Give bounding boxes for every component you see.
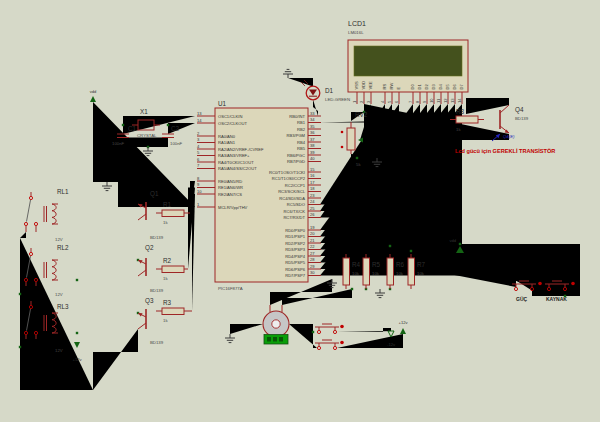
mcu-pin-name: OSC1/CLKIN xyxy=(218,114,242,119)
lcd-pin-name: D6 xyxy=(452,84,457,90)
capacitor-ref: C2 xyxy=(171,125,180,132)
mcu-pin-number: 29 xyxy=(310,264,315,269)
junction-dot xyxy=(167,124,169,126)
junction-dot xyxy=(312,331,314,333)
mcu-pin-name: RA3/AN3/VREF+ xyxy=(218,153,250,158)
mcu-pin-name: OSC2/CLKOUT xyxy=(218,121,247,126)
mcu-pin-name: RD7/PSP7 xyxy=(285,273,306,278)
wire xyxy=(20,232,26,238)
vdd-label: vdd xyxy=(90,89,97,94)
resistor-ref: R7 xyxy=(417,261,426,268)
mcu-pin-number: 13 xyxy=(197,111,202,116)
mcu-pin-name: RA1/AN1 xyxy=(218,140,236,145)
mcu-pin-number: 38 xyxy=(310,143,315,148)
schematic-svg[interactable]: vdd vdd +12v +12v -12v LCD1 LM016L VSS1V… xyxy=(0,0,600,422)
mcu-pin-number: 33 xyxy=(310,111,315,116)
lcd-model: LM016L xyxy=(348,30,364,35)
relay-value: 12V xyxy=(55,237,63,242)
mcu-pin-name: RD5/PSP5 xyxy=(285,260,306,265)
pushbutton-mid-bottom[interactable] xyxy=(315,340,344,350)
mcu-pin-number: 27 xyxy=(310,251,315,256)
resistor-ref: R5 xyxy=(372,261,381,268)
probe-label: Q4(E) xyxy=(503,134,515,139)
unconnected-dot-icon xyxy=(341,131,344,134)
resistor-r3[interactable]: R3 1k xyxy=(156,299,192,323)
vdd-label: vdd xyxy=(449,238,456,243)
lcd-pin-number: 7 xyxy=(408,100,413,103)
lcd-pin-number: 1 xyxy=(352,100,357,103)
terminal-circle xyxy=(317,346,320,349)
lcd-pin-name: VEE xyxy=(368,81,373,89)
lcd-pin-number: 10 xyxy=(429,98,434,103)
mcu-pin-number: 1 xyxy=(197,202,200,207)
schematic-canvas[interactable]: vdd vdd +12v +12v -12v LCD1 LM016L VSS1V… xyxy=(0,0,600,422)
relay-ref: RL1 xyxy=(57,188,69,195)
pushbutton-mid-top[interactable] xyxy=(315,324,344,334)
motor-component[interactable] xyxy=(263,305,289,344)
mcu-pin-number: 37 xyxy=(310,137,315,142)
lcd-pin-name: VDD xyxy=(361,81,366,90)
relay-switch-rl1[interactable] xyxy=(24,192,37,232)
mcu-pin-name: RA4/T0CKI/C1OUT xyxy=(218,160,254,165)
mcu-model: PIC16F877A xyxy=(218,286,243,291)
mcu-pin-number: 39 xyxy=(310,150,315,155)
resistor-r2[interactable]: R2 1k xyxy=(156,257,188,281)
mcu-pin-name: RB0/INT xyxy=(289,114,305,119)
terminal-circle xyxy=(29,252,32,255)
resistor-value: 10k xyxy=(396,271,404,276)
junction-dot xyxy=(19,293,21,295)
resistor-value: 1k xyxy=(163,220,168,225)
mcu-pin-number: 28 xyxy=(310,257,315,262)
mcu-pin-name: RC1/T1OSI/CCP2 xyxy=(272,176,306,181)
mcu-pin-number: 18 xyxy=(310,186,315,191)
pot-ref: RV2 xyxy=(355,111,368,118)
resistor-value: 1k xyxy=(163,318,168,323)
resistor-ref: R6 xyxy=(396,261,405,268)
ground-icon xyxy=(102,182,112,191)
capacitor-ref: C1 xyxy=(128,125,137,132)
lcd-pin-number: 8 xyxy=(415,100,420,103)
junction-dot xyxy=(76,332,78,334)
transistor-q3[interactable]: Q3 BD139 xyxy=(138,297,164,345)
mcu-pin-number: 20 xyxy=(310,231,315,236)
wire xyxy=(230,324,263,334)
mcu-pin-number: 30 xyxy=(310,270,315,275)
relay-rl1[interactable]: RL1 12V xyxy=(44,188,69,242)
mcu-component[interactable]: U1 PIC16F877A 13OSC1/CLKIN14OSC2/CLKOUT2… xyxy=(197,100,321,291)
lcd-pin-name: RW xyxy=(389,83,394,90)
junction-dot xyxy=(122,124,124,126)
lcd-pin-number: 12 xyxy=(443,98,448,103)
ground-icon xyxy=(283,69,293,78)
transistor-ref: Q2 xyxy=(145,244,154,252)
mcu-pin-number: 3 xyxy=(197,137,200,142)
mcu-pin-name: MCLR/Vpp/THV xyxy=(218,205,248,210)
relay-rl2[interactable]: RL2 12V xyxy=(44,244,69,297)
transistor-value: BD139 xyxy=(150,340,164,345)
lcd-pin-number: 2 xyxy=(359,100,364,103)
lcd-pin-number: 13 xyxy=(450,98,455,103)
lcd-pin-number: 3 xyxy=(366,100,371,103)
lcd-pin-name: D1 xyxy=(417,84,422,90)
resistor-ref: R8 xyxy=(456,108,465,115)
mcu-pin-number: 24 xyxy=(310,199,315,204)
relay-value: 12V xyxy=(55,292,63,297)
mcu-pin-name: RB6/PGC xyxy=(287,153,305,158)
lcd-component[interactable]: LCD1 LM016L VSS1VDD2VEE3RS4RW5E6D07D18D2… xyxy=(348,20,468,104)
led-ref: D1 xyxy=(325,87,334,94)
component-lead xyxy=(27,200,31,222)
plus12-arrow-icon xyxy=(74,342,80,348)
mcu-pin-number: 35 xyxy=(310,124,315,129)
terminal-circle xyxy=(514,287,517,290)
transistor-q4[interactable]: Q4 BD139 xyxy=(500,105,529,133)
resistor-value: 10k xyxy=(417,271,425,276)
resistor-ref: R1 xyxy=(163,201,172,208)
mcu-pin-name: RA0/AN0 xyxy=(218,134,236,139)
lcd-pin-number: 9 xyxy=(422,100,427,103)
relay-ref: RL2 xyxy=(57,244,69,251)
wire xyxy=(337,328,391,332)
mcu-pin-number: 40 xyxy=(310,156,315,161)
mcu-pin-name: RB1 xyxy=(297,120,306,125)
terminal-circle xyxy=(34,222,37,225)
terminal-circle xyxy=(24,222,27,225)
lcd-pin-name: E xyxy=(396,87,401,90)
